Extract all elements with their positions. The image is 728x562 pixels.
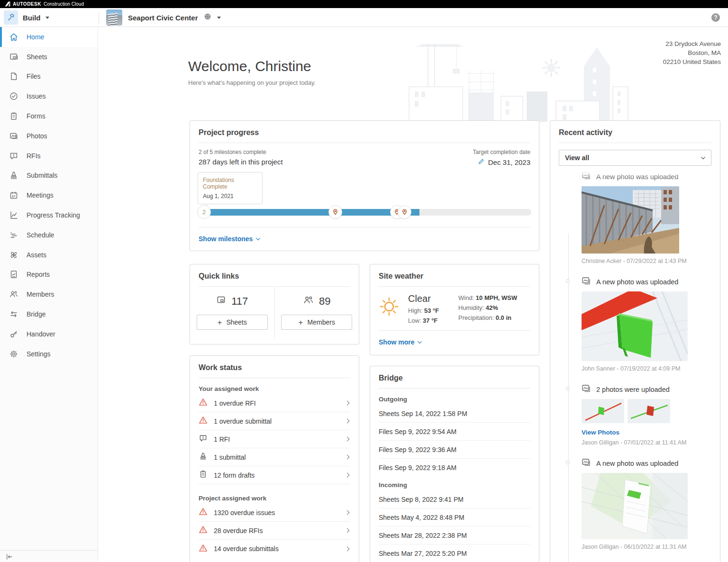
sidebar-item-meetings[interactable]: Meetings — [0, 185, 98, 205]
app-header: Build Seaport Civic Center — [0, 8, 728, 27]
sidebar-item-progress-tracking[interactable]: Progress Tracking — [0, 205, 98, 225]
work-row-overdue-rfi[interactable]: 1 overdue RFI — [199, 394, 350, 412]
project-caret-icon — [217, 17, 221, 19]
sidebar-item-photos[interactable]: Photos — [0, 126, 98, 146]
milestone-pin[interactable] — [328, 205, 342, 219]
sidebar-item-settings[interactable]: Settings — [0, 344, 98, 364]
sidebar-item-reports[interactable]: Reports — [0, 265, 98, 285]
activity-photo[interactable] — [582, 186, 679, 254]
activity-filter-dropdown[interactable]: View all — [559, 150, 711, 166]
low-value: 37 °F — [423, 317, 437, 324]
card-title: Recent activity — [550, 121, 720, 143]
sidebar-item-members[interactable]: Members — [0, 284, 98, 304]
address-line: 02210 United States — [663, 57, 721, 66]
sidebar-item-home[interactable]: Home — [0, 27, 98, 47]
card-title: Bridge — [370, 366, 539, 388]
sidebar-label: Forms — [27, 112, 46, 120]
bridge-row-label: Files Sep 9, 2022 9:54 AM — [379, 428, 456, 435]
sidebar-item-rfis[interactable]: RFIs — [0, 146, 98, 166]
bridge-row[interactable]: Sheets May 4, 2022 8:48 PM — [379, 508, 530, 526]
sidebar-item-sheets[interactable]: Sheets — [0, 47, 98, 67]
bridge-row[interactable]: Sheets Mar 27, 2022 5:20 PM — [379, 544, 530, 562]
project-thumbnail — [106, 9, 122, 26]
wind-value: 10 MPH, WSW — [476, 294, 517, 301]
humidity-value: 42% — [486, 304, 498, 311]
target-completion-label: Target completion date — [473, 149, 530, 155]
rfi-icon — [199, 434, 208, 444]
activity-photo-thumbnail[interactable] — [582, 399, 624, 423]
activity-photo[interactable] — [582, 473, 688, 539]
work-row-submittal[interactable]: 1 submittal — [199, 448, 350, 466]
add-members-button[interactable]: Members — [281, 315, 352, 330]
bridge-row-label: Sheets Sep 14, 2022 1:58 PM — [379, 410, 467, 417]
sidebar-item-bridge[interactable]: Bridge — [0, 304, 98, 324]
warning-icon — [199, 398, 208, 408]
bridge-row[interactable]: Files Sep 9, 2022 9:18 AM — [379, 459, 530, 477]
sidebar-label: RFIs — [27, 152, 41, 160]
bridge-row-label: Files Sep 9, 2022 9:36 AM — [379, 446, 456, 453]
sidebar-item-forms[interactable]: Forms — [0, 106, 98, 126]
chevron-right-icon — [345, 401, 350, 406]
activity-photo-thumbnail[interactable] — [628, 399, 670, 423]
show-more-link[interactable]: Show more — [379, 338, 422, 346]
timeline-dot — [566, 279, 570, 283]
sidebar-label: Home — [27, 33, 44, 41]
activity-feed: A new photo was uploaded — [550, 172, 720, 550]
bridge-row[interactable]: Sheets Sep 14, 2022 1:58 PM — [379, 405, 530, 423]
work-row-overdue-submittals[interactable]: 14 overdue submittals — [199, 540, 350, 558]
weather-condition: Clear — [408, 293, 439, 304]
bridge-row-label: Sheets May 4, 2022 8:48 PM — [379, 514, 464, 521]
timeline-dot — [566, 387, 570, 390]
sidebar-item-files[interactable]: Files — [0, 67, 98, 87]
add-sheets-button[interactable]: Sheets — [197, 315, 268, 330]
edit-date-icon[interactable] — [478, 158, 485, 166]
work-row-form-drafts[interactable]: 12 form drafts — [199, 466, 350, 484]
product-switcher[interactable]: Build — [4, 10, 49, 25]
product-caret-icon — [46, 17, 49, 19]
sidebar-label: Issues — [27, 92, 46, 100]
photo-upload-icon — [582, 384, 591, 395]
product-name: Build — [23, 14, 41, 22]
bridge-row[interactable]: Files Sep 9, 2022 9:36 AM — [379, 441, 530, 459]
warning-icon — [199, 544, 208, 554]
bridge-row[interactable]: Sheets Sep 8, 2022 9:41 PM — [379, 490, 530, 508]
work-row-overdue-rfis[interactable]: 28 overdue RFIs — [199, 522, 350, 540]
low-label: Low: — [408, 317, 421, 324]
work-row-overdue-issues[interactable]: 1320 overdue issues — [199, 504, 350, 522]
work-status-card: Work status Your assigned work 1 overdue… — [190, 355, 359, 562]
activity-item: A new photo was uploaded Jason Gilligan … — [559, 458, 711, 550]
build-hammer-icon — [4, 10, 18, 25]
page-title: Welcome, Christine — [188, 58, 311, 74]
chevron-right-icon — [345, 510, 350, 515]
milestone-pin[interactable] — [398, 205, 411, 219]
sidebar-label: Meetings — [27, 191, 54, 199]
sidebar-item-handover[interactable]: Handover — [0, 324, 98, 344]
milestone-tooltip-title: Foundations Complete — [203, 177, 257, 190]
work-row-rfi[interactable]: 1 RFI — [199, 430, 350, 448]
work-row-overdue-submittal[interactable]: 1 overdue submittal — [199, 412, 350, 430]
work-row-label: 1 overdue RFI — [214, 399, 339, 407]
sidebar-label: Photos — [27, 132, 47, 140]
activity-photo[interactable] — [582, 291, 688, 361]
bridge-row[interactable]: Files Sep 9, 2022 9:54 AM — [379, 423, 530, 441]
plus-icon — [217, 318, 222, 326]
sidebar-item-issues[interactable]: Issues — [0, 86, 98, 106]
help-icon[interactable] — [711, 13, 720, 22]
sidebar-item-assets[interactable]: Assets — [0, 245, 98, 265]
activity-title: A new photo was uploaded — [596, 278, 678, 286]
project-switcher[interactable]: Seaport Civic Center — [106, 9, 221, 26]
add-sheets-label: Sheets — [226, 318, 247, 326]
sidebar-item-schedule[interactable]: Schedule — [0, 225, 98, 245]
milestones-complete-text: 2 of 5 milestones complete — [199, 149, 283, 155]
show-milestones-link[interactable]: Show milestones — [199, 235, 260, 243]
collapse-sidebar-icon[interactable] — [6, 553, 13, 562]
address-line: 23 Drydock Avenue — [663, 39, 721, 48]
brand-product-suite: Construction Cloud — [44, 1, 84, 7]
globe-icon — [204, 13, 211, 22]
view-photos-link[interactable]: View Photos — [582, 429, 619, 436]
days-left-text: 287 days left in this project — [199, 158, 283, 166]
bridge-row[interactable]: Sheets Mar 28, 2022 2:38 PM — [379, 526, 530, 544]
sidebar-item-submittals[interactable]: Submittals — [0, 166, 98, 186]
wind-label: Wind: — [458, 294, 474, 301]
work-row-label: 14 overdue submittals — [214, 545, 339, 553]
